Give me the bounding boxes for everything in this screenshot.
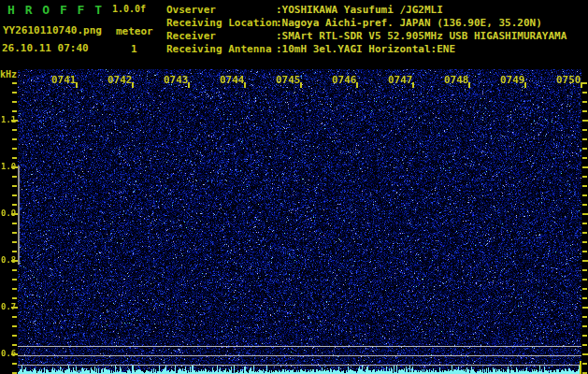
axis-tick — [582, 260, 588, 262]
axis-tick — [582, 213, 588, 215]
freq-label: 0.9 — [1, 209, 14, 218]
axis-tick — [582, 251, 587, 252]
axis-tick — [12, 185, 17, 187]
header-row-label: Receiving Location — [166, 17, 276, 30]
axis-tick — [582, 82, 587, 84]
minute-tick — [524, 82, 526, 88]
minute-tick — [581, 82, 582, 88]
header-row-label: Receiving Antenna — [166, 43, 276, 56]
freq-label: 1.1 — [1, 115, 14, 124]
time-label: 0744 — [220, 74, 245, 86]
axis-tick — [582, 138, 587, 140]
axis-tick — [582, 194, 587, 196]
axis-tick — [12, 223, 17, 224]
axis-tick — [12, 204, 17, 206]
axis-tick — [582, 344, 587, 346]
axis-tick — [12, 335, 17, 337]
axis-tick — [12, 194, 17, 196]
axis-tick — [582, 363, 587, 365]
app-title: H R O F F T — [7, 3, 104, 17]
axis-tick — [582, 101, 587, 103]
axis-tick — [582, 307, 588, 309]
axis-tick — [12, 279, 17, 280]
axis-tick — [12, 288, 17, 290]
header-row: Receiving Location:Nagoya Aichi-pref. JA… — [166, 17, 566, 30]
axis-tick — [582, 269, 587, 271]
axis-tick — [12, 129, 17, 131]
station-info-block: Ovserver:YOSHIKAWA Yasufumi /JG2MLIRecei… — [166, 4, 566, 56]
time-label: 0750 — [556, 74, 581, 86]
time-label: 0745 — [276, 74, 301, 86]
axis-tick — [582, 297, 587, 299]
hrofft-window: H R O F F T 1.0.0f YY2610110740.png mete… — [0, 0, 588, 374]
axis-tick — [582, 353, 588, 355]
axis-tick — [582, 288, 587, 290]
axis-tick — [12, 297, 17, 299]
axis-tick — [12, 110, 17, 112]
output-filename: YY2610110740.png — [3, 24, 102, 36]
time-label: 0747 — [388, 74, 413, 86]
axis-tick — [582, 129, 587, 131]
axis-tick — [582, 157, 587, 159]
axis-tick — [12, 148, 17, 150]
time-label: 0746 — [332, 74, 357, 86]
axis-tick — [582, 204, 587, 206]
time-label: 0749 — [500, 74, 525, 86]
header-row-value: :10mH 3el.YAGI Horizontal:ENE — [276, 43, 455, 56]
freq-label: 1.0 — [1, 162, 14, 171]
time-label: 0748 — [444, 74, 469, 86]
axis-tick — [12, 363, 17, 365]
freq-label: 0.6 — [1, 349, 14, 358]
axis-tick — [582, 176, 587, 178]
count-value: 1 — [131, 43, 137, 55]
axis-tick — [582, 92, 587, 94]
axis-tick — [12, 176, 17, 178]
header-row: Ovserver:YOSHIKAWA Yasufumi /JG2MLI — [166, 4, 566, 17]
axis-tick — [12, 92, 17, 94]
axis-tick — [12, 316, 17, 318]
axis-tick — [582, 335, 587, 337]
axis-tick — [582, 148, 587, 150]
axis-tick — [582, 110, 587, 112]
header-row: Receiving Antenna:10mH 3el.YAGI Horizont… — [166, 43, 566, 56]
axis-tick — [12, 344, 17, 346]
axis-tick — [582, 232, 587, 234]
header-row-value: :SMArt RTL-SDR V5 52.905MHz USB HIGASHIM… — [276, 30, 566, 43]
axis-tick — [582, 223, 587, 224]
axis-tick — [12, 325, 17, 327]
axis-tick — [12, 269, 17, 271]
axis-tick — [12, 82, 17, 84]
observation-datetime: 26.10.11 07:40 — [2, 42, 89, 54]
axis-tick — [582, 279, 587, 280]
freq-unit-label: kHz — [0, 69, 17, 79]
minute-tick — [300, 82, 302, 88]
axis-tick — [12, 138, 17, 140]
freq-label: 0.8 — [1, 255, 14, 265]
spectrogram-canvas — [18, 69, 581, 374]
minute-tick — [356, 82, 358, 88]
minute-tick — [468, 82, 470, 88]
axis-tick — [582, 120, 588, 122]
minute-tick — [132, 82, 134, 88]
axis-tick — [12, 101, 17, 103]
header-row-label: Ovserver — [166, 4, 276, 17]
header-row: Receiver:SMArt RTL-SDR V5 52.905MHz USB … — [166, 30, 566, 43]
minute-tick — [244, 82, 246, 88]
axis-tick — [582, 241, 587, 243]
minute-tick — [76, 82, 78, 88]
axis-tick — [582, 316, 587, 318]
axis-tick — [582, 166, 588, 168]
header-row-value: :YOSHIKAWA Yasufumi /JG2MLI — [276, 4, 443, 17]
axis-tick — [12, 157, 17, 159]
time-label: 0743 — [164, 74, 189, 86]
axis-tick — [582, 185, 587, 187]
mode-label: meteor — [116, 25, 153, 37]
header-row-value: :Nagoya Aichi-pref. JAPAN (136.90E, 35.2… — [276, 17, 542, 30]
axis-tick — [582, 325, 587, 327]
freq-label: 0.7 — [1, 302, 14, 311]
time-label: 0741 — [51, 74, 77, 86]
header-row-label: Receiver — [166, 30, 276, 43]
axis-tick — [12, 251, 17, 252]
minute-tick — [188, 82, 190, 88]
axis-tick — [12, 241, 17, 243]
